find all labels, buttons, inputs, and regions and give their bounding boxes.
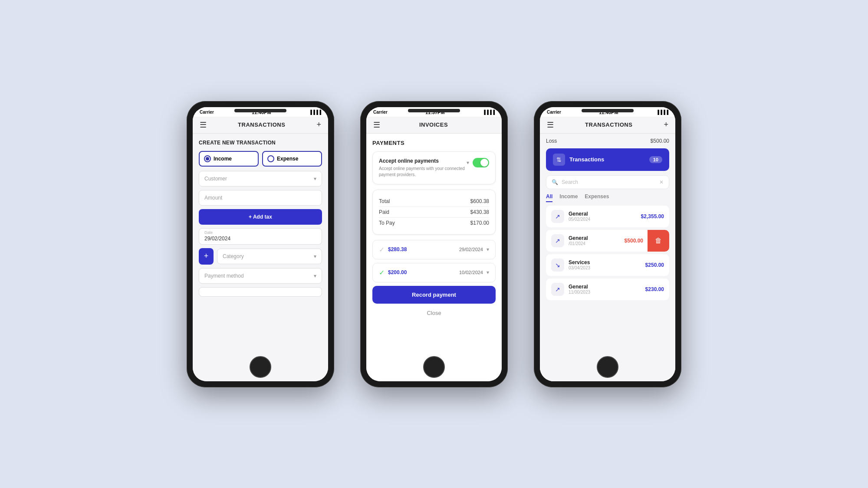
menu-icon-3[interactable]: ☰ xyxy=(547,120,554,130)
transactions-badge: 10 xyxy=(649,156,662,163)
payment-method-placeholder: Payment method xyxy=(204,273,244,279)
nav-title-1: TRANSACTIONS xyxy=(238,121,285,128)
payment-method-field[interactable]: Payment method ▾ xyxy=(199,268,322,284)
check-icon-1: ✓ xyxy=(379,246,385,254)
notes-field[interactable] xyxy=(199,287,322,297)
paid-value: $430.38 xyxy=(470,209,489,215)
trans-date-3: 03/04/2023 xyxy=(569,265,590,270)
time-3: 11:40PM xyxy=(599,110,618,115)
phone-2: Carrier 11:37PM ▐▐▐▐ ☰ INVOICES PAYMENTS xyxy=(360,101,508,387)
loss-value: $500.00 xyxy=(651,138,669,144)
create-screen: CREATE NEW TRANSACTION Income Expense xyxy=(193,134,328,381)
add-tax-button[interactable]: + Add tax xyxy=(199,209,322,225)
income-label: Income xyxy=(214,156,232,162)
transactions-card-label: Transactions xyxy=(569,156,604,163)
total-value: $600.38 xyxy=(470,198,489,204)
menu-icon-1[interactable]: ☰ xyxy=(200,120,207,130)
to-pay-value: $170.00 xyxy=(470,220,489,226)
transaction-item-2[interactable]: ↗ General /01/2024 $500.00 🗑 xyxy=(546,230,669,252)
date-value: 29/02/2024 xyxy=(204,236,230,242)
payment1-chevron-icon: ▾ xyxy=(487,246,489,252)
menu-icon-2[interactable]: ☰ xyxy=(373,120,380,130)
expense-radio xyxy=(267,155,274,162)
trans-icon-3: ↘ xyxy=(551,259,564,272)
trans-details-4: General 11/00/2023 xyxy=(569,284,590,295)
customer-chevron: ▾ xyxy=(314,176,316,182)
battery-icon-2: ▐▐▐▐ xyxy=(483,110,495,115)
phone-3: Carrier 11:40PM ▐▐▐▐ ☰ TRANSACTIONS + Lo… xyxy=(534,101,681,387)
nav-bar-2: ☰ INVOICES xyxy=(366,117,502,134)
trans-details-2: General /01/2024 xyxy=(569,235,588,246)
time-1: 11:40PM xyxy=(252,110,271,115)
payment-right-2: 10/02/2024 ▾ xyxy=(459,269,489,275)
totals-card: Total $600.38 Paid $430.38 To Pay $170.0… xyxy=(372,190,496,235)
accept-info: Accept online payments Accept online pay… xyxy=(379,158,467,178)
add-icon-3[interactable]: + xyxy=(664,120,668,129)
filter-tabs: All Income Expenses xyxy=(540,193,675,202)
status-bar-1: Carrier 11:40PM ▐▐▐▐ xyxy=(193,107,328,117)
tab-all[interactable]: All xyxy=(546,193,552,202)
trans-amount-4: $230.00 xyxy=(645,286,664,292)
nav-bar-3: ☰ TRANSACTIONS + xyxy=(540,117,675,134)
trans-icon-2: ↗ xyxy=(551,234,564,247)
to-pay-label: To Pay xyxy=(379,220,395,226)
record-payment-button[interactable]: Record payment xyxy=(372,286,496,304)
tab-expenses[interactable]: Expenses xyxy=(585,193,609,202)
payment-item-2[interactable]: ✓ $200.00 10/02/2024 ▾ xyxy=(372,263,496,282)
type-toggle: Income Expense xyxy=(199,151,322,167)
trans-details-3: Services 03/04/2023 xyxy=(569,259,590,270)
trans-item-left-2: ↗ General /01/2024 xyxy=(551,234,588,247)
nav-title-3: TRANSACTIONS xyxy=(585,121,632,128)
add-icon-1[interactable]: + xyxy=(316,120,321,129)
nav-title-2: INVOICES xyxy=(419,121,448,128)
clear-search-icon[interactable]: ✕ xyxy=(659,179,664,185)
status-icons-2: ▐▐▐▐ xyxy=(483,110,495,115)
battery-icon-1: ▐▐▐▐ xyxy=(309,110,321,115)
delete-button-2[interactable]: 🗑 xyxy=(648,230,669,252)
transaction-item-4[interactable]: ↗ General 11/00/2023 $230.00 xyxy=(546,278,669,300)
status-icons-1: ▐▐▐▐ xyxy=(309,110,321,115)
search-bar[interactable]: 🔍 Search ✕ xyxy=(546,175,669,189)
nav-bar-1: ☰ TRANSACTIONS + xyxy=(193,117,328,134)
category-placeholder: Category xyxy=(223,253,244,259)
payment-right-1: 29/02/2024 ▾ xyxy=(459,246,489,252)
payment2-chevron-icon: ▾ xyxy=(487,269,489,275)
trans-details-1: General 05/02/2024 xyxy=(569,211,590,222)
trans-name-4: General xyxy=(569,284,590,290)
carrier-2: Carrier xyxy=(373,110,388,115)
phone-1: Carrier 11:40PM ▐▐▐▐ ☰ TRANSACTIONS + CR… xyxy=(187,101,334,387)
expense-toggle[interactable]: Expense xyxy=(262,151,322,167)
status-bar-2: Carrier 11:37PM ▐▐▐▐ xyxy=(366,107,502,117)
payment-date-2: 10/02/2024 xyxy=(459,270,483,275)
status-icons-3: ▐▐▐▐ xyxy=(656,110,668,115)
date-field[interactable]: Date 29/02/2024 xyxy=(199,228,322,245)
paid-row: Paid $430.38 xyxy=(379,207,489,218)
payment-amount-1: $280.38 xyxy=(388,246,407,252)
category-field[interactable]: Category ▾ xyxy=(217,249,322,264)
customer-field[interactable]: Customer ▾ xyxy=(199,171,322,187)
totals-section: Total $600.38 Paid $430.38 To Pay $170.0… xyxy=(379,196,489,228)
category-add-button[interactable]: + xyxy=(199,248,214,265)
transactions-card[interactable]: ⇅ Transactions 10 xyxy=(546,148,669,171)
accept-title: Accept online payments xyxy=(379,158,467,164)
trans-icon-1: ↗ xyxy=(551,210,564,223)
check-icon-2: ✓ xyxy=(379,269,385,277)
tab-income[interactable]: Income xyxy=(559,193,578,202)
battery-icon-3: ▐▐▐▐ xyxy=(656,110,668,115)
category-row: + Category ▾ xyxy=(199,248,322,265)
amount-field[interactable]: Amount xyxy=(199,190,322,206)
trans-amount-2: $500.00 xyxy=(625,238,643,244)
accept-controls: ▾ xyxy=(467,158,489,167)
income-toggle[interactable]: Income xyxy=(199,151,259,167)
close-button[interactable]: Close xyxy=(372,308,496,318)
transaction-item-3[interactable]: ↘ Services 03/04/2023 $250.00 xyxy=(546,254,669,276)
transaction-item-1[interactable]: ↗ General 05/02/2024 $2,355.00 xyxy=(546,206,669,227)
carrier-3: Carrier xyxy=(547,110,561,115)
accept-chevron-icon[interactable]: ▾ xyxy=(467,160,469,166)
accept-desc: Accept online payments with your connect… xyxy=(379,166,467,178)
payment-item-1[interactable]: ✓ $280.38 29/02/2024 ▾ xyxy=(372,240,496,259)
time-2: 11:37PM xyxy=(425,110,445,115)
paid-label: Paid xyxy=(379,209,389,215)
online-payments-toggle[interactable] xyxy=(473,158,489,167)
loss-bar: Loss $500.00 xyxy=(540,134,675,148)
